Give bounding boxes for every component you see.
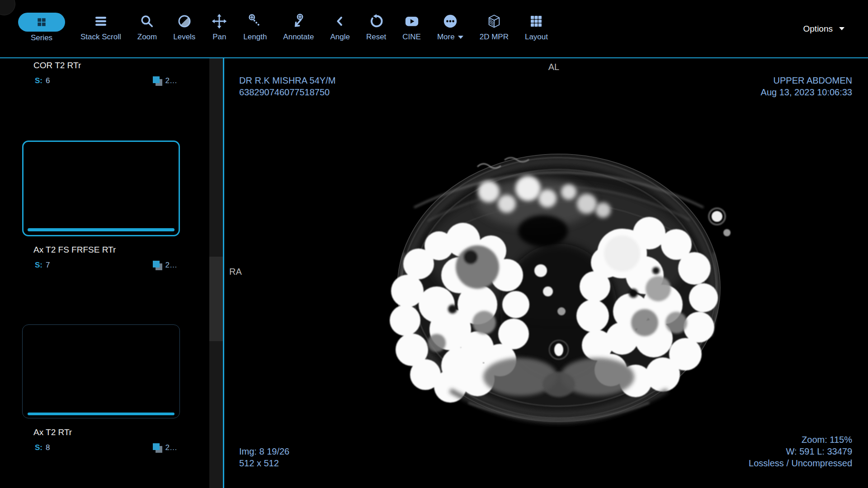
scrollbar-thumb[interactable]	[209, 257, 223, 341]
tool-label: 2D MPR	[480, 33, 509, 42]
image-index: Img: 8 19/26	[239, 446, 289, 457]
tool-label: CINE	[402, 33, 421, 42]
tool-2d-mpr[interactable]: 2D MPR	[472, 0, 517, 42]
stack-icon	[93, 14, 108, 28]
series-meta: S:7 2…	[0, 259, 209, 271]
study-uid: 638290746077518750	[239, 86, 335, 98]
study-info-overlay: UPPER ABDOMEN Aug 13, 2023 10:06:33	[761, 75, 852, 98]
tool-stack-scroll[interactable]: Stack Scroll	[72, 0, 129, 42]
compression-info: Lossless / Uncompressed	[749, 457, 852, 469]
tool-label: Layout	[525, 33, 548, 42]
caret-down-icon	[839, 27, 844, 30]
study-datetime: Aug 13, 2023 10:06:33	[761, 86, 852, 98]
options-menu-button[interactable]: Options	[803, 24, 844, 34]
tool-label: Levels	[173, 33, 195, 42]
cube-icon	[486, 14, 502, 29]
layers-icon	[151, 75, 164, 87]
tool-label: Length	[243, 33, 267, 42]
series-name: Ax T2 FS FRFSE RTr	[0, 244, 209, 255]
series-thumbnail[interactable]	[22, 324, 180, 418]
tool-label: Pan	[212, 33, 226, 42]
move-arrows-icon	[212, 14, 227, 29]
tool-reset[interactable]: Reset	[358, 0, 394, 42]
tool-cine[interactable]: CINE	[394, 0, 429, 42]
image-viewport[interactable]: DR R.K MISHRA 54Y/M 638290746077518750 U…	[224, 58, 868, 488]
annotate-arrow-icon	[291, 14, 306, 29]
caret-down-icon	[458, 36, 463, 39]
grid-3x3-icon	[529, 14, 543, 28]
corner-decoration	[0, 0, 15, 15]
series-number-label: S:	[35, 443, 42, 452]
tool-levels[interactable]: Levels	[165, 0, 203, 42]
tool-label: More	[437, 33, 463, 42]
grid-2x2-icon	[36, 16, 47, 28]
layers-icon	[151, 259, 164, 272]
tool-layout[interactable]: Layout	[517, 0, 556, 42]
tool-annotate[interactable]: Annotate	[275, 0, 322, 42]
series-active-pill	[18, 13, 65, 32]
series-thumbnail-selected[interactable]	[22, 141, 180, 236]
tool-pan[interactable]: Pan	[203, 0, 235, 42]
image-matrix: 512 x 512	[239, 457, 289, 469]
tool-length[interactable]: Length	[235, 0, 275, 42]
rotate-ccw-icon	[368, 14, 384, 29]
series-item-cor-t2[interactable]: COR T2 RTr S:6 2…	[0, 60, 209, 87]
series-name: Ax T2 RTr	[0, 427, 209, 438]
ellipsis-circle-icon	[443, 14, 458, 29]
orientation-marker-left: RA	[229, 267, 242, 277]
tool-label: Stack Scroll	[80, 33, 121, 42]
chevron-left-icon	[334, 15, 346, 28]
tool-label: Series	[31, 33, 52, 42]
tool-more[interactable]: More	[429, 0, 472, 42]
render-info-overlay: Zoom: 115% W: 591 L: 33479 Lossless / Un…	[749, 434, 852, 469]
magnifier-icon	[140, 14, 154, 28]
window-level: W: 591 L: 33479	[749, 446, 852, 457]
series-item-ax-t2-fs[interactable]: Ax T2 FS FRFSE RTr S:7 2…	[0, 141, 209, 271]
layers-icon	[151, 442, 164, 454]
play-icon	[404, 14, 420, 29]
patient-name: DR R.K MISHRA 54Y/M	[239, 75, 335, 86]
series-sidebar: COR T2 RTr S:6 2… Ax T2 FS FRFSE RTr S:7	[0, 58, 209, 488]
options-label: Options	[803, 24, 833, 34]
instance-count: 2…	[165, 76, 177, 85]
series-number-value: 8	[46, 443, 50, 452]
patient-info-overlay: DR R.K MISHRA 54Y/M 638290746077518750	[239, 75, 335, 98]
tool-label: Angle	[330, 33, 349, 42]
series-name: COR T2 RTr	[0, 60, 209, 71]
image-info-overlay: Img: 8 19/26 512 x 512	[239, 446, 289, 469]
tool-label: Reset	[366, 33, 386, 42]
content-row: COR T2 RTr S:6 2… Ax T2 FS FRFSE RTr S:7	[0, 57, 868, 488]
series-meta: S:6 2…	[0, 75, 209, 87]
measure-icon	[247, 14, 263, 29]
zoom-level: Zoom: 115%	[749, 434, 852, 446]
orientation-marker-top: AL	[548, 62, 559, 72]
study-description: UPPER ABDOMEN	[761, 75, 852, 86]
series-number-value: 7	[46, 261, 50, 270]
series-item-ax-t2[interactable]: Ax T2 RTr S:8 2…	[0, 324, 209, 454]
sidebar-scrollbar[interactable]	[209, 58, 223, 488]
mri-image	[224, 58, 868, 488]
instance-count: 2…	[165, 443, 177, 452]
tool-label: Zoom	[137, 33, 157, 42]
toolbar: Series Stack Scroll Zoom Levels Pan	[0, 0, 868, 57]
contrast-icon	[177, 14, 192, 28]
tool-label: Annotate	[283, 33, 314, 42]
instance-count: 2…	[165, 261, 177, 270]
tool-angle[interactable]: Angle	[322, 0, 358, 42]
series-number-label: S:	[35, 261, 42, 270]
tool-series[interactable]: Series	[18, 0, 65, 42]
series-number-value: 6	[46, 76, 50, 85]
series-number-label: S:	[35, 76, 42, 85]
thumbnail-progress-bar	[28, 413, 175, 415]
series-meta: S:8 2…	[0, 442, 209, 454]
tool-zoom[interactable]: Zoom	[129, 0, 165, 42]
thumbnail-progress-bar	[28, 228, 175, 231]
